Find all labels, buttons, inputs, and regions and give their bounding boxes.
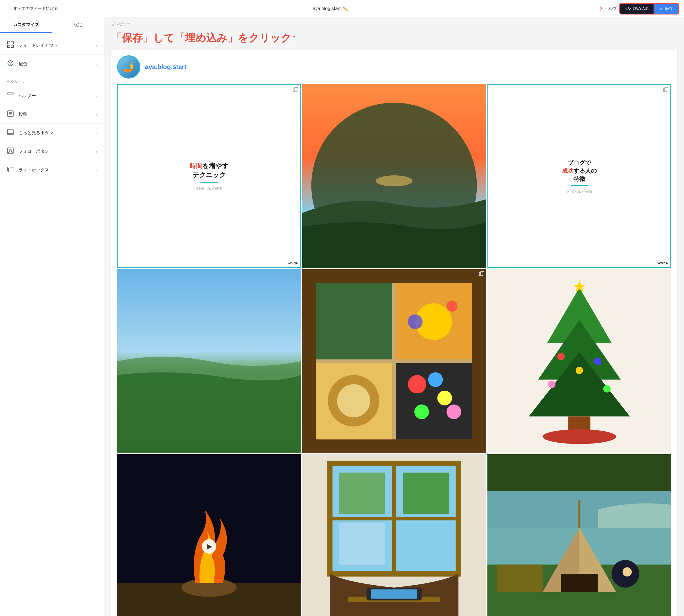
svg-point-84 (622, 568, 632, 577)
grid-cell-9[interactable] (487, 454, 671, 616)
chevron-right-icon: › (96, 168, 97, 173)
lightbox-icon (7, 166, 14, 174)
feed-layout-label: フィードレイアウト (19, 43, 58, 48)
sidebar-item-more-btn[interactable]: もっと見るボタン › (0, 124, 104, 142)
svg-rect-3 (11, 45, 13, 47)
svg-point-41 (337, 384, 370, 417)
cell-1-divider (200, 182, 218, 183)
posts-label: 投稿 (19, 112, 27, 117)
edit-icon[interactable]: ✏️ (343, 6, 348, 11)
palette-icon (7, 60, 14, 68)
svg-rect-2 (7, 45, 10, 47)
svg-point-59 (603, 385, 611, 393)
avatar-emoji: 🤳 (122, 61, 135, 73)
follow-btn-icon (7, 148, 14, 155)
grid-cell-5[interactable] (302, 269, 486, 453)
christmas-tree-svg: ★ (487, 269, 671, 453)
color-label: 配色 (19, 61, 27, 67)
lake-svg (117, 269, 301, 453)
svg-rect-81 (496, 565, 542, 592)
header-icon (7, 92, 14, 100)
grid-cell-7[interactable]: ▶ (117, 454, 301, 616)
sidebar-item-posts[interactable]: 投稿 › (0, 105, 104, 124)
svg-rect-68 (339, 473, 385, 514)
help-button[interactable]: ❓ ヘルプ (598, 6, 617, 11)
chevron-right-icon: › (96, 131, 97, 135)
play-button-icon: ▶ (202, 539, 216, 554)
grid-cell-3[interactable]: ブログで 成功する人の 特徴 ©主婦×ブログ×開業 SWIP ▶ (487, 84, 671, 268)
svg-rect-20 (9, 168, 14, 172)
chevron-right-icon: › (96, 62, 97, 66)
svg-rect-0 (7, 42, 10, 44)
cell-1-copyright: ©主婦×ブログ×開業 (196, 187, 222, 191)
tab-settings[interactable]: 設定 (52, 17, 104, 33)
topbar-right: ❓ ヘルプ </> 埋め込み ✓ 保存 (598, 4, 678, 14)
sidebar-item-lightbox[interactable]: ライトボックス › (0, 161, 104, 179)
save-button[interactable]: ✓ 保存 (655, 4, 678, 14)
posts-icon (7, 110, 14, 118)
svg-rect-80 (561, 574, 598, 592)
annotation-text: 「保存」して「埋め込み」をクリック↑ (104, 28, 684, 49)
back-arrow-icon: ‹ (10, 6, 12, 11)
grid-cell-6[interactable]: ★ (487, 269, 671, 453)
grid-cell-8[interactable] (302, 454, 486, 616)
cell-3-line1: ブログで (568, 158, 591, 167)
grid-cell-1[interactable]: 時間を増やす テクニック ©主婦×ブログ×開業 SWIP ▶ (117, 84, 301, 268)
back-button[interactable]: ‹ すべてのフィードに戻る (6, 4, 62, 13)
section-label: セクション (0, 73, 104, 87)
svg-point-5 (9, 62, 10, 63)
chevron-right-icon: › (96, 112, 97, 117)
site-name: aya.blog.start (313, 6, 341, 11)
svg-point-46 (414, 404, 429, 419)
svg-point-58 (548, 381, 555, 388)
follow-btn-label: フォローボタン (19, 149, 49, 154)
multi-photo-icon-3 (663, 87, 669, 94)
svg-point-38 (447, 301, 457, 312)
sidebar-item-header[interactable]: ヘッダー › (0, 87, 104, 105)
svg-rect-34 (316, 283, 392, 359)
cell-3-swip: SWIP ▶ (657, 261, 668, 265)
svg-point-37 (408, 314, 423, 329)
svg-rect-70 (339, 523, 385, 565)
svg-rect-71 (403, 523, 449, 565)
svg-rect-1 (11, 42, 13, 44)
svg-point-47 (447, 404, 461, 419)
preview-area: プレビュー 「保存」して「埋め込み」をクリック↑ 🤳 aya.blog.star… (104, 17, 684, 616)
svg-point-7 (10, 64, 11, 65)
embed-button[interactable]: </> 埋め込み (620, 4, 655, 14)
grid-icon (7, 41, 14, 49)
svg-point-54 (542, 429, 616, 444)
sidebar-item-feed-layout[interactable]: フィードレイアウト › (0, 36, 104, 55)
cell-3-copyright: ©主婦×ブログ×開業 (566, 190, 592, 194)
sidebar-items: フィードレイアウト › 配色 › セクション (0, 33, 104, 182)
checkmark-icon: ✓ (660, 6, 663, 11)
chevron-right-icon: › (96, 149, 97, 154)
cell-3-title: 成功する人の (562, 167, 597, 175)
feed-preview: 🤳 aya.blog.start 時間を増やす テクニック ©主婦×ブログ×開業 (111, 49, 677, 616)
svg-rect-74 (371, 590, 417, 599)
cell-3-red: 成功 (562, 168, 574, 174)
topbar-left: ‹ すべてのフィードに戻る (6, 4, 62, 13)
topbar: ‹ すべてのフィードに戻る aya.blog.start ✏️ ❓ ヘルプ </… (0, 0, 684, 17)
multi-photo-icon-1 (293, 87, 298, 94)
photo-grid: 時間を増やす テクニック ©主婦×ブログ×開業 SWIP ▶ (117, 84, 671, 616)
food-svg (302, 269, 486, 453)
help-label: ヘルプ (604, 6, 617, 11)
grid-cell-2[interactable] (302, 84, 486, 268)
cell-1-subtitle: テクニック (193, 171, 226, 180)
sunset-svg (302, 84, 486, 268)
sidebar-item-color[interactable]: 配色 › (0, 55, 104, 73)
cell-1-swip: SWIP ▶ (286, 261, 298, 265)
action-buttons-group: </> 埋め込み ✓ 保存 (620, 4, 678, 14)
grid-cell-4[interactable] (117, 269, 301, 453)
svg-rect-69 (403, 473, 449, 514)
tab-customize[interactable]: カスタマイズ (0, 17, 52, 33)
topbar-center: aya.blog.start ✏️ (313, 6, 348, 11)
sidebar-tabs: カスタマイズ 設定 (0, 17, 104, 33)
svg-text:★: ★ (572, 277, 586, 296)
sidebar-item-follow-btn[interactable]: フォローボタン › (0, 142, 104, 161)
campfire-svg (117, 454, 301, 616)
cell-1-red-text: 時間 (190, 162, 202, 170)
svg-rect-28 (665, 88, 668, 91)
sidebar: カスタマイズ 設定 フィードレイアウト › (0, 17, 104, 616)
